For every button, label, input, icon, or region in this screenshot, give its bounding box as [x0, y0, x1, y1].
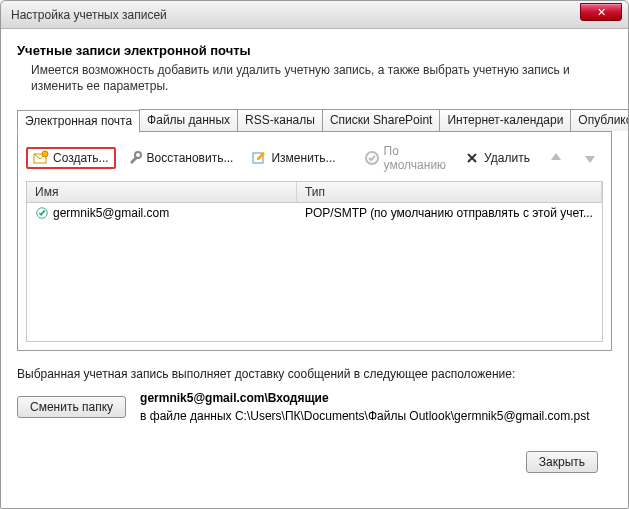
toolbar: Создать... Восстановить... Изменить... П	[26, 139, 603, 181]
close-button[interactable]: ✕	[580, 3, 622, 21]
delete-button[interactable]: Удалить	[457, 147, 537, 169]
list-header: Имя Тип	[27, 182, 602, 203]
page-subtitle: Имеется возможность добавить или удалить…	[17, 62, 612, 94]
edit-icon	[251, 150, 267, 166]
create-label: Создать...	[53, 151, 109, 165]
folder-path-bold: germnik5@gmail.com\Входящие	[140, 389, 590, 407]
check-circle-icon	[364, 150, 380, 166]
table-row[interactable]: germnik5@gmail.com POP/SMTP (по умолчани…	[27, 203, 602, 223]
move-up-button	[541, 147, 571, 169]
arrow-up-icon	[548, 150, 564, 166]
move-down-button	[575, 147, 605, 169]
close-icon: ✕	[597, 6, 606, 19]
folder-row: Сменить папку germnik5@gmail.com\Входящи…	[17, 389, 612, 425]
close-dialog-button[interactable]: Закрыть	[526, 451, 598, 473]
mail-new-icon	[33, 150, 49, 166]
repair-icon	[127, 150, 143, 166]
tab-data-files[interactable]: Файлы данных	[139, 109, 238, 131]
create-button[interactable]: Создать...	[26, 147, 116, 169]
tab-email[interactable]: Электронная почта	[17, 110, 140, 133]
folder-info: germnik5@gmail.com\Входящие в файле данн…	[140, 389, 590, 425]
svg-point-1	[42, 151, 48, 157]
delete-icon	[464, 150, 480, 166]
column-name[interactable]: Имя	[27, 182, 297, 202]
content-area: Учетные записи электронной почты Имеется…	[1, 29, 628, 483]
svg-point-2	[135, 152, 141, 158]
tab-rss[interactable]: RSS-каналы	[237, 109, 323, 131]
default-button: По умолчанию	[357, 141, 454, 175]
page-title: Учетные записи электронной почты	[17, 43, 612, 58]
restore-button[interactable]: Восстановить...	[120, 147, 241, 169]
tab-published[interactable]: Опубликован	[570, 109, 629, 131]
cell-name: germnik5@gmail.com	[31, 205, 301, 221]
account-name: germnik5@gmail.com	[53, 206, 169, 220]
tab-sharepoint[interactable]: Списки SharePoint	[322, 109, 441, 131]
restore-label: Восстановить...	[147, 151, 234, 165]
edit-label: Изменить...	[271, 151, 335, 165]
titlebar: Настройка учетных записей ✕	[1, 1, 628, 29]
account-check-icon	[35, 206, 49, 220]
delete-label: Удалить	[484, 151, 530, 165]
account-list: Имя Тип germnik5@gmail.com POP/SMTP (по …	[26, 181, 603, 342]
cell-type: POP/SMTP (по умолчанию отправлять с этой…	[301, 205, 598, 221]
edit-button[interactable]: Изменить...	[244, 147, 342, 169]
tab-panel: Создать... Восстановить... Изменить... П	[17, 131, 612, 351]
header: Учетные записи электронной почты Имеется…	[17, 43, 612, 94]
window-title: Настройка учетных записей	[11, 8, 167, 22]
delivery-intro: Выбранная учетная запись выполняет доста…	[17, 367, 612, 381]
tab-strip: Электронная почта Файлы данных RSS-канал…	[17, 109, 612, 132]
arrow-down-icon	[582, 150, 598, 166]
change-folder-button[interactable]: Сменить папку	[17, 396, 126, 418]
bottom-bar: Закрыть	[17, 441, 612, 473]
list-body: germnik5@gmail.com POP/SMTP (по умолчани…	[27, 203, 602, 341]
tab-internet-calendars[interactable]: Интернет-календари	[439, 109, 571, 131]
default-label: По умолчанию	[384, 144, 447, 172]
column-type[interactable]: Тип	[297, 182, 602, 202]
folder-path-file: в файле данных C:\Users\ПК\Documents\Фай…	[140, 407, 590, 425]
